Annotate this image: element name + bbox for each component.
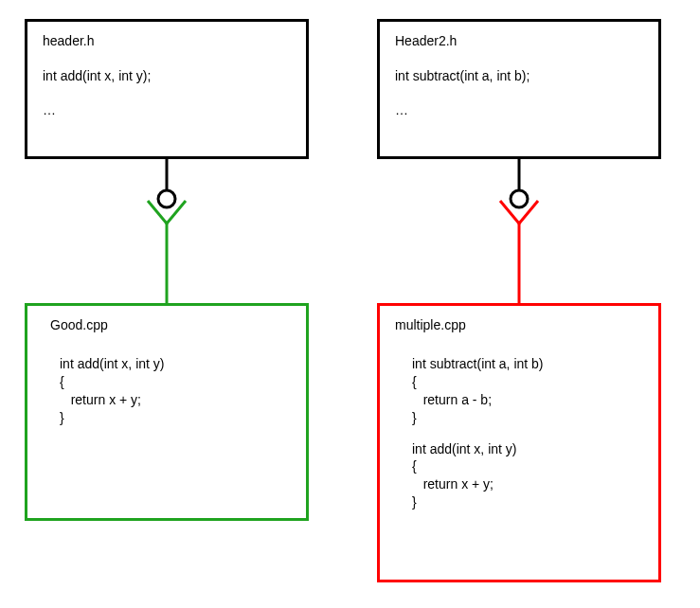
plug-icon [511, 190, 528, 207]
connector-right [0, 0, 700, 608]
